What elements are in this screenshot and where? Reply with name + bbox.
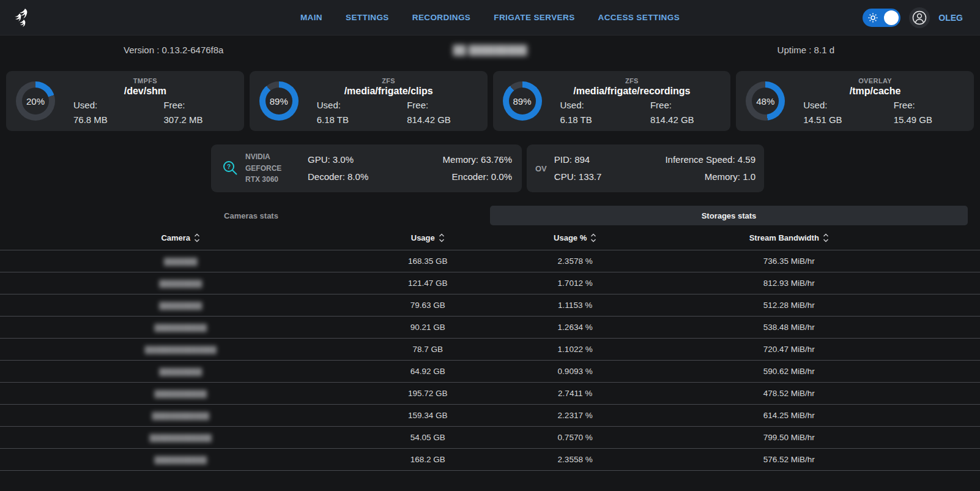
tab-storages-stats[interactable]: Storages stats [490, 206, 968, 225]
free-value: 15.49 GB [875, 114, 965, 125]
camera-name-blurred: █████████ [159, 280, 202, 287]
camera-name-blurred: ████████████ [152, 412, 209, 419]
nav-link-access-settings[interactable]: ACCESS SETTINGS [598, 13, 680, 22]
usage-pct-cell: 2.7411 % [494, 389, 656, 398]
usage-pct-cell: 1.1153 % [494, 301, 656, 310]
sort-chevrons-icon [590, 233, 596, 243]
detector-cpu: CPU: 133.7 [554, 168, 602, 186]
free-label: Free: [632, 100, 722, 110]
gpu-name: NVIDIA GEFORCE RTX 3060 [245, 151, 308, 186]
nav-link-settings[interactable]: SETTINGS [346, 13, 389, 22]
storage-card-dev-shm: 20% TMPFS /dev/shm Used: Free: 76.8 MB 3… [6, 71, 244, 131]
used-value: 6.18 TB [299, 114, 388, 125]
usage-cell: 90.21 GB [362, 323, 495, 332]
detector-inference-speed: Inference Speed: 4.59 [665, 151, 755, 168]
theme-toggle[interactable] [863, 9, 900, 27]
storage-card-tmp-cache: 48% OVERLAY /tmp/cache Used: Free: 14.51… [736, 71, 974, 131]
user-avatar-button[interactable] [909, 7, 930, 28]
usage-pct-cell: 2.3558 % [494, 455, 656, 464]
gpu-memory: Memory: 63.76% [443, 151, 512, 168]
table-row: █████████ 79.63 GB 1.1153 % 512.28 MiB/h… [0, 294, 980, 316]
nav-link-recordings[interactable]: RECORDINGS [412, 13, 471, 22]
detector-name: OV [535, 164, 547, 173]
bandwidth-cell: 812.93 MiB/hr [656, 279, 922, 288]
bandwidth-cell: 720.47 MiB/hr [656, 345, 922, 354]
donut-chart: 20% [16, 81, 55, 121]
storage-card-body: TMPFS /dev/shm Used: Free: 76.8 MB 307.2… [55, 77, 236, 125]
column-label: Stream Bandwidth [749, 233, 819, 242]
column-label: Usage % [554, 233, 587, 242]
nav-link-main[interactable]: MAIN [300, 13, 322, 22]
bandwidth-cell: 736.35 MiB/hr [656, 257, 922, 266]
nav-links: MAIN SETTINGS RECORDINGS FRIGATE SERVERS… [300, 0, 680, 35]
donut-chart: 89% [259, 81, 299, 121]
storage-card-recordings: 89% ZFS /media/frigate/recordings Used: … [493, 71, 731, 131]
bandwidth-cell: 799.50 MiB/hr [656, 433, 922, 442]
usage-cell: 78.7 GB [362, 345, 495, 354]
column-header-bandwidth[interactable]: Stream Bandwidth [656, 233, 922, 243]
storage-card-clips: 89% ZFS /media/frigate/clips Used: Free:… [250, 71, 488, 131]
usage-cell: 79.63 GB [362, 301, 495, 310]
usage-cell: 168.35 GB [362, 257, 495, 266]
gpu-card: ? NVIDIA GEFORCE RTX 3060 GPU: 3.0% Deco… [211, 144, 522, 192]
usage-pct-cell: 2.3578 % [494, 257, 656, 266]
camera-name-blurred: █████████ [159, 368, 202, 375]
user-name[interactable]: OLEG [938, 13, 963, 23]
column-label: Camera [161, 233, 190, 242]
storage-card-body: ZFS /media/frigate/clips Used: Free: 6.1… [299, 77, 479, 125]
usage-pct-cell: 1.1022 % [494, 345, 656, 354]
usage-cell: 64.92 GB [362, 367, 495, 376]
used-label: Used: [785, 100, 875, 110]
usage-cell: 121.47 GB [362, 279, 495, 288]
bandwidth-cell: 538.48 MiB/hr [656, 323, 922, 332]
free-value: 814.42 GB [388, 114, 478, 125]
free-value: 307.2 MB [145, 114, 235, 125]
used-label: Used: [55, 100, 145, 110]
fs-type: ZFS [542, 77, 722, 84]
top-nav: MAIN SETTINGS RECORDINGS FRIGATE SERVERS… [0, 0, 980, 36]
camera-name-blurred: ███████ [164, 258, 198, 265]
usage-cell: 159.34 GB [362, 411, 495, 420]
column-header-camera[interactable]: Camera [0, 233, 362, 243]
table-row: ███████████████ 78.7 GB 1.1022 % 720.47 … [0, 338, 980, 360]
frigate-logo[interactable] [9, 5, 34, 31]
donut-percent: 89% [259, 81, 299, 121]
donut-chart: 89% [503, 81, 542, 121]
storage-cards: 20% TMPFS /dev/shm Used: Free: 76.8 MB 3… [6, 71, 974, 131]
gpu-decoder: Decoder: 8.0% [308, 168, 368, 186]
donut-chart: 48% [746, 81, 785, 121]
nav-link-frigate-servers[interactable]: FRIGATE SERVERS [494, 13, 574, 22]
column-label: Usage [411, 233, 435, 242]
gpu-name-line2: RTX 3060 [245, 174, 308, 186]
bandwidth-cell: 614.25 MiB/hr [656, 411, 922, 420]
used-value: 6.18 TB [542, 114, 632, 125]
camera-name-blurred: ███████████ [154, 390, 207, 397]
donut-percent: 48% [746, 81, 785, 121]
donut-percent: 20% [16, 81, 55, 121]
frigate-birds-icon [9, 5, 34, 31]
gpu-stats-left: GPU: 3.0% Decoder: 8.0% [308, 151, 368, 186]
column-header-usage-pct[interactable]: Usage % [494, 233, 656, 243]
free-label: Free: [875, 100, 965, 110]
column-header-usage[interactable]: Usage [362, 233, 495, 243]
storage-card-body: ZFS /media/frigate/recordings Used: Free… [542, 77, 722, 125]
free-label: Free: [388, 100, 478, 110]
gpu-usage: GPU: 3.0% [308, 151, 368, 168]
sort-chevrons-icon [823, 233, 829, 243]
usage-cell: 54.05 GB [362, 433, 495, 442]
process-stats-row: ? NVIDIA GEFORCE RTX 3060 GPU: 3.0% Deco… [6, 144, 974, 192]
svg-text:?: ? [227, 163, 231, 170]
mount-path: /dev/shm [55, 86, 236, 97]
sort-chevrons-icon [439, 233, 445, 243]
camera-name-blurred: ███████████ [154, 456, 207, 463]
camera-name-blurred: ███████████████ [145, 346, 217, 353]
bandwidth-cell: 478.52 MiB/hr [656, 389, 922, 398]
table-body: ███████ 168.35 GB 2.3578 % 736.35 MiB/hr… [0, 250, 980, 471]
table-row: ███████████ 168.2 GB 2.3558 % 576.52 MiB… [0, 448, 980, 470]
tab-cameras-stats[interactable]: Cameras stats [12, 206, 490, 225]
fs-type: ZFS [299, 77, 479, 84]
gpu-name-line1: NVIDIA GEFORCE [245, 151, 308, 174]
stats-tabs: Cameras stats Storages stats [12, 206, 968, 225]
mount-path: /media/frigate/recordings [542, 86, 722, 97]
free-value: 814.42 GB [632, 114, 722, 125]
